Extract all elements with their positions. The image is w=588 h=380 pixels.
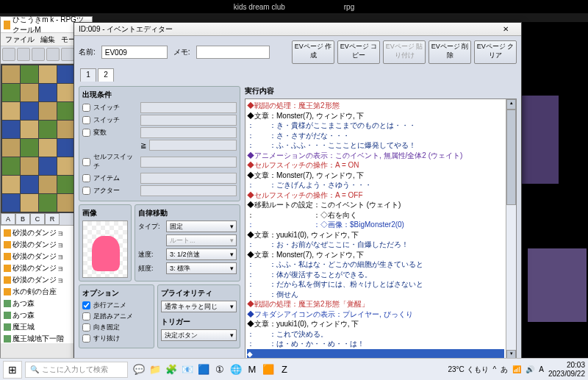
command-line[interactable]: ： ：だから私を倒すには、粉々けしとばさないと xyxy=(247,279,504,290)
dialog-title: ID:009 - イベントエディター xyxy=(79,24,173,35)
command-line[interactable]: ： ：倒せん xyxy=(247,290,504,300)
taskbar-app-icon[interactable]: Z xyxy=(276,362,293,378)
memo-input[interactable] xyxy=(196,46,270,59)
taskbar-app-icon[interactable]: 📁 xyxy=(147,362,163,378)
command-line[interactable]: ◆移動ルートの設定：このイベント (ウェイト) xyxy=(247,200,504,210)
event-image[interactable] xyxy=(82,221,128,278)
toolbar-btn[interactable] xyxy=(32,48,45,61)
option-label: 向き固定 xyxy=(93,323,137,332)
tray-chevron-icon[interactable]: ^ xyxy=(493,365,497,373)
command-line[interactable]: ◆フキダシアイコンの表示：プレイヤー, びっくり xyxy=(247,309,504,320)
start-button[interactable]: ⊞ xyxy=(3,361,22,379)
command-line[interactable]: ◆セルフスイッチの操作：A = ON xyxy=(247,160,504,171)
taskbar-app-icon[interactable]: 🌐 xyxy=(228,362,244,378)
command-line[interactable]: ： ：体が復活することができる。 xyxy=(247,270,504,280)
command-line[interactable]: ◆アニメーションの表示：このイベント, 無属性/全体2 (ウェイト) xyxy=(247,151,504,161)
cond-checkbox[interactable] xyxy=(82,187,90,195)
taskbar-app-icon[interactable]: 🟦 xyxy=(196,362,212,378)
command-line[interactable]: ： ：ごきげんよう・さゆう・・・ xyxy=(247,180,504,190)
speed-dropdown[interactable]: 3: 1/2倍速 xyxy=(166,248,237,260)
command-line[interactable]: ： ：は・め・か・・め・・は！ xyxy=(247,339,504,349)
command-line[interactable]: ： ：ふ・ふふ・・・ここことに爆発してやる！ xyxy=(247,140,504,151)
cond-label: スイッチ xyxy=(93,115,137,125)
taskbar-app-icon[interactable]: 🧩 xyxy=(163,362,179,378)
menu-edit[interactable]: 編集 xyxy=(40,35,55,44)
trigger-dropdown[interactable]: 決定ボタン xyxy=(161,329,237,341)
tiletab-b[interactable]: B xyxy=(15,213,30,225)
tray-wifi-icon[interactable]: 📶 xyxy=(512,365,521,373)
option-checkbox[interactable] xyxy=(82,334,90,343)
taskbar-app-icon[interactable]: ① xyxy=(212,362,228,378)
command-line[interactable]: ： ：これで決める。 xyxy=(247,329,504,340)
cond-field[interactable] xyxy=(140,127,237,138)
command-line[interactable]: ： ：◇画像：$BigMonster2(0) xyxy=(247,220,504,230)
close-icon[interactable]: ✕ xyxy=(495,25,517,33)
command-line[interactable]: ◆文章：yuuki1(0), ウィンドウ, 下 xyxy=(247,230,504,240)
speed-label: 速度: xyxy=(138,250,163,259)
cond-checkbox[interactable] xyxy=(82,116,90,124)
tiletab-c[interactable]: C xyxy=(30,213,45,225)
toolbar-btn[interactable] xyxy=(2,48,15,61)
command-line[interactable]: ： ：ふふ・私はな・どこかの細胞が生きていると xyxy=(247,259,504,270)
command-list[interactable]: ◆戦闘の処理：魔王第2形態◆文章：Monster(7), ウィンドウ, 下： ：… xyxy=(245,99,506,360)
cond-checkbox[interactable] xyxy=(82,104,90,112)
command-line[interactable]: ： ：お・お前がなぜここに・自爆しただろ！ xyxy=(247,240,504,250)
tray-ime-icon[interactable]: あ xyxy=(501,365,508,375)
ev-page-button[interactable]: EVページ クリア xyxy=(474,40,517,64)
option-checkbox[interactable] xyxy=(82,323,90,331)
clock[interactable]: 20:03 2023/09/22 xyxy=(548,361,585,379)
option-checkbox[interactable] xyxy=(82,312,90,320)
scrollbar[interactable]: ▴ ▾ xyxy=(506,99,516,360)
taskbar-app-icon[interactable]: 💬 xyxy=(131,362,147,378)
ev-page-button[interactable]: EVページ 削除 xyxy=(429,40,471,64)
menu-file[interactable]: ファイル xyxy=(5,35,35,44)
cond-field[interactable] xyxy=(140,185,237,196)
cond-checkbox[interactable] xyxy=(82,129,90,137)
command-line[interactable]: ◆ xyxy=(247,349,504,359)
command-line[interactable]: ◆戦闘の処理：魔王第2形態「覚醒」 xyxy=(247,299,504,309)
command-line[interactable]: ： ：さ・さすがだな・・・ xyxy=(247,131,504,141)
command-line[interactable]: ◆戦闘の処理：魔王第2形態 xyxy=(247,101,504,111)
taskbar-app-icon[interactable]: 🟧 xyxy=(260,362,276,378)
clock-time: 20:03 xyxy=(548,361,585,370)
page-tab-2[interactable]: 2 xyxy=(98,68,114,82)
cond-field[interactable] xyxy=(140,173,237,184)
command-line[interactable]: ◆文章：yuuki1(0), ウィンドウ, 下 xyxy=(247,319,504,329)
cond-field[interactable] xyxy=(149,140,237,151)
scroll-up-icon[interactable]: ▴ xyxy=(506,99,516,110)
taskbar-app-icon[interactable]: 📧 xyxy=(179,362,196,378)
tray-volume-icon[interactable]: 🔊 xyxy=(526,365,534,373)
type-dropdown[interactable]: 固定 xyxy=(166,221,237,232)
command-line[interactable]: ◆文章：Monster(7), ウィンドウ, 下 xyxy=(247,111,504,121)
option-checkbox[interactable] xyxy=(82,301,90,309)
priority-dropdown[interactable]: 通常キャラと同じ xyxy=(161,301,237,312)
command-line[interactable]: ： ：◇右を向く xyxy=(247,210,504,221)
toolbar-btn[interactable] xyxy=(17,48,30,61)
tiletab-r[interactable]: R xyxy=(45,213,60,225)
tiletab-a[interactable]: A xyxy=(1,213,15,225)
name-input[interactable] xyxy=(101,46,168,59)
page-tab-1[interactable]: 1 xyxy=(80,68,96,82)
cond-field[interactable] xyxy=(140,102,237,113)
command-line[interactable]: ◆文章：Monster(7), ウィンドウ, 下 xyxy=(247,171,504,181)
weather-widget[interactable]: 23°C くもり xyxy=(448,365,488,375)
command-line[interactable]: ◆セルフスイッチの操作：A = OFF xyxy=(247,190,504,201)
search-input[interactable]: 🔍 ここに入力して検索 xyxy=(25,362,128,378)
freq-dropdown[interactable]: 3: 標準 xyxy=(166,262,237,274)
ev-page-button[interactable]: EVページ 作成 xyxy=(292,40,334,64)
cond-field[interactable] xyxy=(140,157,237,168)
event-editor-dialog: ID:009 - イベントエディター ✕ 名前: メモ: EVページ 作成EVペ… xyxy=(74,22,522,368)
command-line[interactable]: ◆文章：Monster(7), ウィンドウ, 下 xyxy=(247,250,504,260)
tray-a-icon[interactable]: A xyxy=(539,365,544,373)
command-line[interactable]: ： ：き・貴様がここまこまでのものとは・・・ xyxy=(247,121,504,131)
toolbar-btn[interactable] xyxy=(61,48,74,61)
cond-checkbox[interactable] xyxy=(82,158,90,166)
map-canvas[interactable] xyxy=(520,22,588,366)
ev-page-button[interactable]: EVページ コピー xyxy=(337,40,380,64)
route-button[interactable]: ルート... xyxy=(166,234,237,246)
cond-checkbox[interactable] xyxy=(82,174,90,182)
cond-field[interactable] xyxy=(140,115,237,126)
taskbar-app-icon[interactable]: M xyxy=(244,362,260,378)
scroll-thumb[interactable] xyxy=(506,110,516,205)
toolbar-btn[interactable] xyxy=(46,48,60,61)
